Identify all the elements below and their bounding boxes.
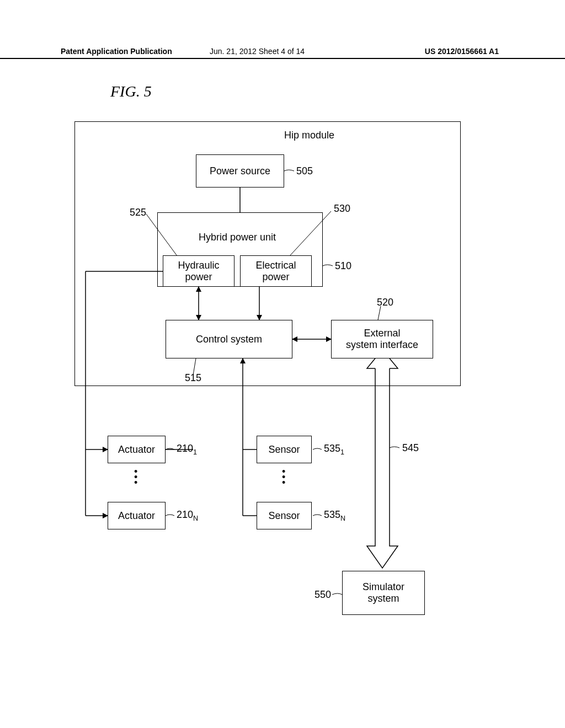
power-source-label: Power source bbox=[210, 165, 270, 177]
hybrid-power-unit-label: Hybrid power unit bbox=[199, 232, 276, 243]
ref-535-1: 5351 bbox=[324, 443, 344, 456]
sensor-n-box: Sensor bbox=[257, 502, 312, 529]
actuator-ellipsis: ••• bbox=[134, 469, 137, 485]
ref-530: 530 bbox=[334, 203, 350, 215]
hydraulic-power-box: Hydraulicpower bbox=[163, 255, 234, 287]
control-system-label: Control system bbox=[196, 334, 262, 345]
actuator-n-box: Actuator bbox=[108, 502, 166, 529]
ref-510: 510 bbox=[335, 260, 351, 272]
simulator-label: Simulatorsystem bbox=[363, 581, 404, 604]
external-interface-label: Externalsystem interface bbox=[346, 328, 418, 351]
sensor-1-label: Sensor bbox=[268, 444, 300, 456]
figure-title: FIG. 5 bbox=[110, 83, 152, 100]
control-system-box: Control system bbox=[166, 320, 292, 358]
sensor-1-box: Sensor bbox=[257, 436, 312, 463]
hydraulic-power-label: Hydraulicpower bbox=[178, 260, 219, 283]
power-source-box: Power source bbox=[196, 154, 284, 188]
header-right: US 2012/0156661 A1 bbox=[425, 47, 499, 56]
sensor-n-label: Sensor bbox=[268, 510, 300, 522]
external-interface-box: Externalsystem interface bbox=[331, 320, 433, 358]
actuator-n-label: Actuator bbox=[118, 510, 155, 522]
ref-545: 545 bbox=[402, 442, 419, 454]
electrical-power-box: Electricalpower bbox=[240, 255, 312, 287]
actuator-1-box: Actuator bbox=[108, 436, 166, 463]
header-center: Jun. 21, 2012 Sheet 4 of 14 bbox=[210, 47, 305, 56]
ref-515: 515 bbox=[185, 372, 201, 384]
actuator-1-label: Actuator bbox=[118, 444, 155, 456]
ref-550: 550 bbox=[315, 589, 331, 601]
simulator-box: Simulatorsystem bbox=[342, 571, 425, 615]
page-header: Patent Application Publication Jun. 21, … bbox=[0, 47, 565, 59]
ref-535-n: 535N bbox=[324, 509, 345, 522]
ref-210-n: 210N bbox=[177, 509, 198, 522]
ref-505: 505 bbox=[296, 165, 313, 177]
ref-520: 520 bbox=[377, 297, 393, 308]
ref-525: 525 bbox=[130, 207, 146, 218]
sensor-ellipsis: ••• bbox=[282, 469, 285, 485]
diagram-canvas: Hip module Power source 505 Hybrid power… bbox=[74, 121, 494, 673]
header-left: Patent Application Publication bbox=[61, 47, 172, 56]
hip-module-label: Hip module bbox=[284, 130, 334, 141]
ref-210-1: 2101 bbox=[177, 443, 197, 456]
electrical-power-label: Electricalpower bbox=[255, 260, 296, 283]
